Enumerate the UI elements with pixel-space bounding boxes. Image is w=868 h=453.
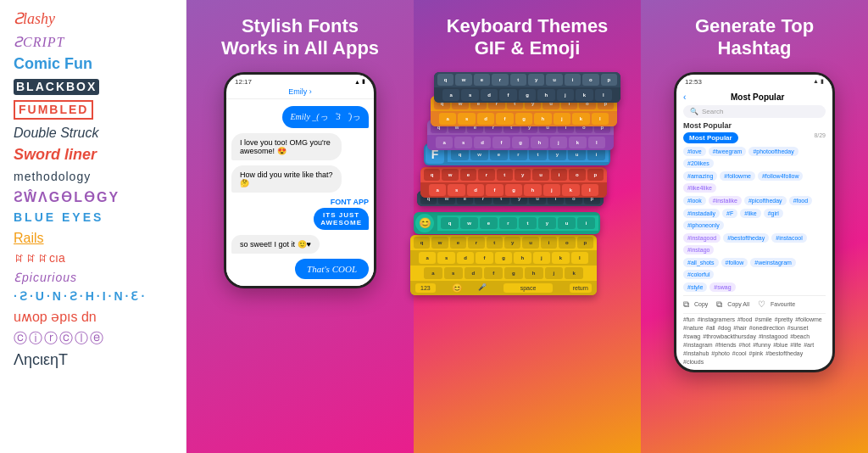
more-tag[interactable]: #friends bbox=[715, 342, 737, 348]
tag-girl[interactable]: #girl bbox=[764, 209, 783, 218]
more-tag[interactable]: #blue bbox=[773, 342, 787, 348]
stylish-headline: Stylish Fonts Works in All Apps bbox=[221, 15, 379, 60]
message-bubble-4: ITS JUSTAWESOME bbox=[314, 208, 369, 230]
tag-tweegram[interactable]: #tweegram bbox=[709, 147, 747, 156]
ht-copy-row: ⧉ Copy ⧉ Copy All ♡ Favourite bbox=[683, 299, 826, 310]
more-tag[interactable]: #hot bbox=[739, 342, 751, 348]
keyboard-headline-2: GIF & Emoji bbox=[475, 37, 581, 59]
more-tag[interactable]: #food bbox=[737, 316, 753, 322]
message-bubble-2: I love you too! OMG you're awesome! 😍 bbox=[231, 133, 342, 160]
favourite-label[interactable]: Favourite bbox=[771, 301, 795, 307]
font-mafia: ꍏꍏꍏcıa bbox=[14, 251, 172, 266]
tag-all-shots[interactable]: #all_shots bbox=[683, 258, 719, 267]
more-tag[interactable]: #clouds bbox=[683, 359, 704, 365]
keyboard-panel: Keyboard Themes GIF & Emoji qwertyuiop a… bbox=[414, 0, 641, 453]
message-bubble-6: That's COOL bbox=[295, 259, 369, 279]
more-tag[interactable]: #dog bbox=[718, 325, 732, 331]
ht-search-bar[interactable]: 🔍 Search bbox=[683, 105, 826, 118]
tag-look[interactable]: #look bbox=[683, 196, 706, 205]
font-epicurious: Ɛpicurious bbox=[14, 271, 172, 285]
hashtag-phone-topbar: 12:53 ▲ ▮ bbox=[676, 75, 832, 87]
phone-mockup-stylish: 12:17 ▲ ▮ Emily › Emily _(っ゜3゜)っ I love … bbox=[224, 72, 376, 288]
tag-followme[interactable]: #followme bbox=[720, 171, 755, 181]
more-tag[interactable]: #life bbox=[790, 342, 801, 348]
font-circle: ⓒⓘⓡⓒⓛⓔ bbox=[14, 330, 172, 346]
more-tag[interactable]: #instagram bbox=[683, 342, 713, 348]
more-tag[interactable]: #beach bbox=[790, 333, 810, 339]
more-tag[interactable]: #cool bbox=[732, 350, 747, 356]
tag-instagood[interactable]: #instagood bbox=[683, 233, 721, 243]
more-tag[interactable]: #fun bbox=[683, 316, 695, 322]
font-fumbled: FUMBLED bbox=[14, 100, 172, 120]
message-bubble-5: so sweet! I got it 🙂♥ bbox=[231, 235, 320, 254]
ht-back-button[interactable]: ‹ bbox=[683, 92, 686, 102]
tag-food[interactable]: #food bbox=[789, 196, 813, 205]
ht-time: 12:53 bbox=[685, 78, 702, 86]
more-tag[interactable]: #all bbox=[706, 325, 715, 331]
stylish-headline-1: Stylish Fonts bbox=[242, 15, 359, 36]
hashtag-headline-2: Hashtag bbox=[718, 37, 792, 59]
more-tag[interactable]: #instagood bbox=[759, 333, 787, 339]
tag-f[interactable]: #F bbox=[722, 209, 737, 218]
more-hashtags: #fun #instagramers #food #smile #pretty … bbox=[683, 316, 826, 365]
font-swordliner: Sword liner bbox=[14, 146, 172, 165]
favourite-icon[interactable]: ♡ bbox=[758, 299, 765, 309]
more-tag[interactable]: #throwbackthursday bbox=[703, 333, 756, 339]
ht-header: ‹ Most Popular bbox=[683, 92, 826, 102]
tag-picoftheday[interactable]: #picoftheday bbox=[744, 196, 787, 205]
hashtag-tags-6: #all_shots #follow #weinstagram #colorfu… bbox=[683, 258, 826, 279]
tag-amazing[interactable]: #amazing bbox=[683, 171, 717, 181]
tag-like4like[interactable]: #like4like bbox=[683, 183, 716, 193]
tag-20likes[interactable]: #20likes bbox=[683, 159, 714, 168]
tag-follow[interactable]: #follow bbox=[721, 258, 748, 267]
tag-like[interactable]: #like bbox=[740, 209, 760, 218]
more-tag[interactable]: #bestoftheday bbox=[765, 350, 803, 356]
tag-instago[interactable]: #instago bbox=[683, 245, 714, 254]
font-rails: Rails bbox=[14, 230, 172, 246]
more-tag[interactable]: #instagramers bbox=[698, 316, 735, 322]
hashtag-content: ‹ Most Popular 🔍 Search Most Popular Mos… bbox=[676, 87, 832, 370]
more-tag[interactable]: #followme bbox=[795, 316, 822, 322]
font-ancient: ΛηcιεηΤ bbox=[14, 351, 172, 370]
copy-all-icon[interactable]: ⧉ bbox=[716, 299, 722, 310]
tag-style[interactable]: #style bbox=[683, 282, 707, 292]
hashtag-tags-3: #look #instalike #picoftheday #food bbox=[683, 196, 826, 205]
more-tag[interactable]: #photo bbox=[711, 350, 729, 356]
tag-follow4follow[interactable]: #follow4follow bbox=[758, 171, 804, 181]
hashtag-tags-4: #instadaily #F #like #girl #iphoneonly bbox=[683, 209, 826, 230]
tag-bestoftheday[interactable]: #bestoftheday bbox=[723, 233, 769, 243]
tag-instadaily[interactable]: #instadaily bbox=[683, 209, 720, 218]
more-tag[interactable]: #pretty bbox=[775, 316, 793, 322]
more-tag[interactable]: #smile bbox=[755, 316, 772, 322]
search-icon: 🔍 bbox=[690, 108, 698, 115]
tag-instalike[interactable]: #instalike bbox=[709, 196, 742, 205]
copy-label[interactable]: Copy bbox=[694, 301, 708, 307]
ht-tab-most-popular[interactable]: Most Popular bbox=[683, 132, 738, 143]
more-tag[interactable]: #hair bbox=[733, 325, 747, 331]
hashtag-tags-1: #love #tweegram #photooftheday #20likes bbox=[683, 147, 826, 168]
more-tag[interactable]: #swag bbox=[683, 333, 700, 339]
font-script: ƧCRIPT bbox=[14, 34, 172, 50]
tag-instacool[interactable]: #instacool bbox=[771, 233, 807, 243]
more-tag[interactable]: #instahub bbox=[683, 350, 709, 356]
more-tag[interactable]: #sunset bbox=[787, 325, 809, 331]
more-tag[interactable]: #art bbox=[804, 342, 814, 348]
more-tag[interactable]: #pink bbox=[749, 350, 764, 356]
more-tag[interactable]: #onedirection bbox=[749, 325, 785, 331]
keyboard-headline: Keyboard Themes GIF & Emoji bbox=[447, 15, 609, 60]
ht-count: 8/29 bbox=[814, 132, 826, 143]
hashtag-panel: Generate Top Hashtag 12:53 ▲ ▮ ‹ Most Po… bbox=[641, 0, 868, 453]
tag-weinstagram[interactable]: #weinstagram bbox=[750, 258, 796, 267]
more-tag[interactable]: #funny bbox=[753, 342, 771, 348]
hashtag-tags-2: #amazing #followme #follow4follow #like4… bbox=[683, 171, 826, 193]
copy-icon[interactable]: ⧉ bbox=[683, 299, 689, 310]
ht-battery-icon: ▮ bbox=[821, 78, 824, 86]
font-slashy: Ƨlashy bbox=[14, 10, 172, 29]
tag-photooftheday[interactable]: #photooftheday bbox=[748, 147, 798, 156]
copy-all-label[interactable]: Copy All bbox=[727, 301, 749, 307]
more-tag[interactable]: #nature bbox=[683, 325, 704, 331]
tag-colorful[interactable]: #colorful bbox=[683, 270, 714, 279]
tag-swag[interactable]: #swag bbox=[709, 282, 735, 292]
tag-love[interactable]: #love bbox=[683, 147, 706, 156]
tag-iphoneonly[interactable]: #iphoneonly bbox=[683, 221, 724, 230]
